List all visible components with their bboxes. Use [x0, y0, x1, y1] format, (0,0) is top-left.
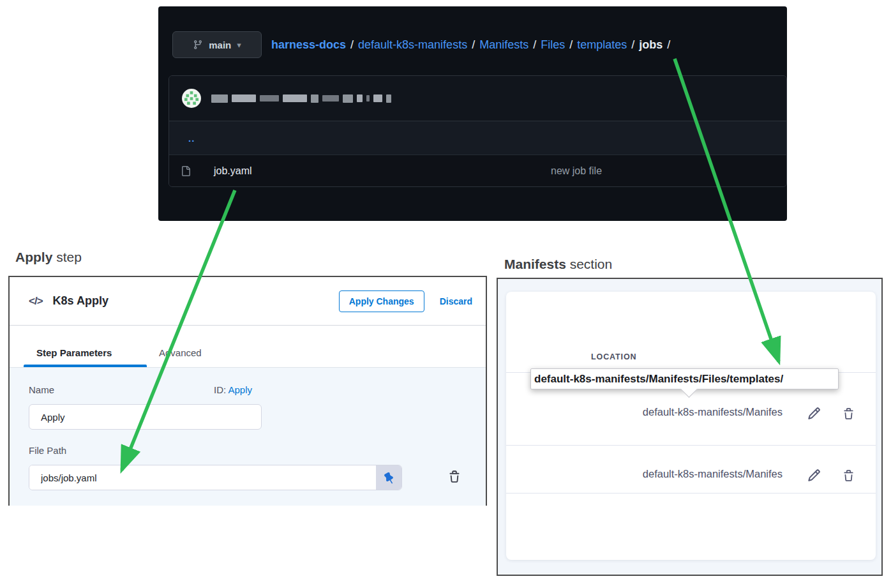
manifest-location-row-2: default-k8s-manifests/Manifes	[591, 467, 783, 481]
breadcrumb-current-dir: jobs	[639, 38, 663, 52]
latest-commit-row	[169, 76, 786, 121]
file-name-link[interactable]: job.yaml	[214, 165, 252, 177]
runtime-input-pin-button[interactable]	[376, 465, 401, 490]
breadcrumb-link-files[interactable]: Files	[541, 38, 565, 52]
name-input[interactable]	[29, 404, 262, 430]
id-value-link[interactable]: Apply	[228, 384, 253, 395]
edit-manifest-button-1[interactable]	[806, 405, 821, 421]
commit-message-link[interactable]: new job file	[551, 165, 602, 177]
breadcrumb-separator: /	[533, 38, 536, 52]
k8s-apply-step-panel: </> K8s Apply Apply Changes Discard Step…	[8, 276, 487, 506]
tab-advanced[interactable]: Advanced	[159, 347, 202, 358]
pencil-icon	[807, 407, 821, 420]
file-table: .. job.yaml new job file	[169, 75, 787, 187]
manifests-section-label: Manifests section	[504, 257, 612, 272]
manifests-section-label-bold: Manifests	[504, 257, 566, 271]
manifests-section-panel: LOCATION default-k8s-manifests/Manifes d…	[497, 278, 883, 576]
breadcrumb-separator: /	[569, 38, 573, 52]
breadcrumb-separator: /	[631, 38, 634, 52]
breadcrumb-link-templates[interactable]: templates	[577, 38, 627, 52]
screenshot-canvas: main ▾ harness-docs / default-k8s-manife…	[0, 0, 884, 588]
trash-icon	[448, 471, 461, 483]
tooltip-text: default-k8s-manifests/Manifests/Files/te…	[534, 373, 783, 386]
breadcrumb-link-manifests[interactable]: Manifests	[479, 38, 528, 52]
step-id-line: ID: Apply	[214, 384, 252, 395]
code-icon: </>	[29, 295, 43, 308]
github-file-browser: main ▾ harness-docs / default-k8s-manife…	[158, 6, 787, 221]
chevron-down-icon: ▾	[237, 40, 241, 50]
redacted-commit-text	[211, 94, 395, 103]
git-branch-icon	[193, 40, 203, 50]
apply-step-label-bold: Apply	[15, 250, 52, 264]
step-title: K8s Apply	[53, 294, 109, 308]
breadcrumb-link-default-k8s-manifests[interactable]: default-k8s-manifests	[358, 38, 467, 52]
parent-directory-row: ..	[169, 121, 786, 155]
pin-icon	[382, 471, 396, 485]
pencil-icon	[807, 469, 821, 482]
delete-manifest-button-1[interactable]	[841, 406, 856, 421]
location-column-header: LOCATION	[591, 352, 637, 361]
id-prefix: ID:	[214, 384, 226, 395]
breadcrumb-separator: /	[472, 38, 475, 52]
manifests-section-label-rest: section	[566, 257, 612, 271]
manifest-location-row-1: default-k8s-manifests/Manifes	[591, 405, 783, 419]
branch-selector-button[interactable]: main ▾	[172, 31, 262, 58]
tab-step-parameters[interactable]: Step Parameters	[36, 347, 112, 358]
location-tooltip: default-k8s-manifests/Manifests/Files/te…	[530, 368, 839, 389]
apply-step-label-rest: step	[52, 250, 82, 264]
breadcrumb-repo-link[interactable]: harness-docs	[271, 38, 346, 52]
row-divider	[506, 493, 876, 494]
file-icon	[181, 166, 191, 176]
row-divider	[506, 445, 876, 446]
step-panel-header: </> K8s Apply Apply Changes Discard	[10, 277, 486, 326]
file-row: job.yaml new job file	[169, 155, 786, 186]
delete-manifest-button-2[interactable]	[841, 468, 856, 483]
apply-step-label: Apply step	[15, 250, 82, 265]
branch-name: main	[209, 40, 231, 50]
file-path-input[interactable]	[29, 465, 376, 490]
avatar[interactable]	[182, 89, 201, 108]
discard-button[interactable]: Discard	[440, 296, 472, 306]
trash-icon	[843, 470, 855, 482]
breadcrumb-separator: /	[667, 38, 670, 52]
file-path-field-label: File Path	[29, 445, 66, 456]
apply-changes-button[interactable]: Apply Changes	[339, 290, 424, 312]
delete-step-button[interactable]	[446, 469, 463, 485]
file-path-input-group	[29, 465, 402, 490]
manifests-card	[506, 292, 876, 560]
edit-manifest-button-2[interactable]	[806, 467, 821, 483]
breadcrumb-separator: /	[350, 38, 354, 52]
trash-icon	[843, 408, 855, 420]
name-field-label: Name	[29, 384, 54, 395]
parent-directory-link[interactable]: ..	[188, 133, 195, 144]
breadcrumb: harness-docs / default-k8s-manifests / M…	[271, 31, 675, 58]
